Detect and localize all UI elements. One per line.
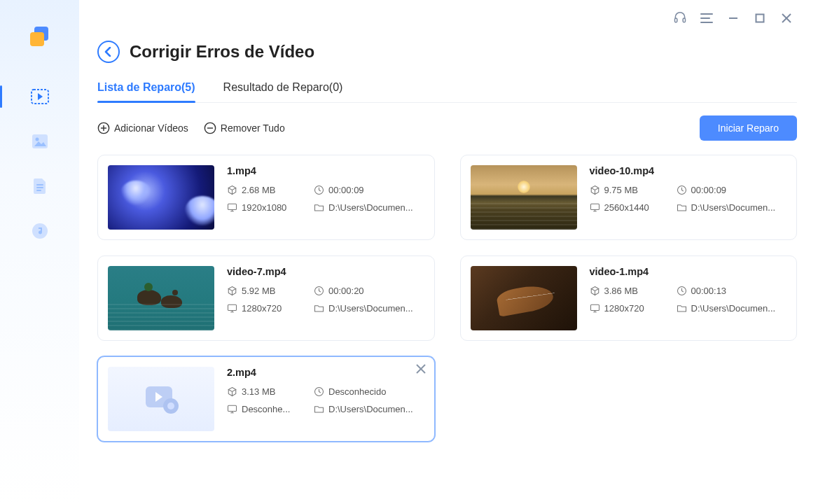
back-button[interactable] [97,41,120,63]
video-name: video-10.mp4 [590,165,787,176]
video-size: 3.13 MB [227,386,294,397]
video-resolution: Desconhe... [227,404,294,414]
support-icon[interactable] [672,10,688,26]
maximize-button[interactable] [752,10,768,26]
video-grid: 1.mp42.68 MB00:00:091920x1080D:\Users\Do… [97,155,797,442]
video-path: D:\Users\Documen... [677,303,787,314]
svg-rect-3 [36,184,43,186]
add-videos-button[interactable]: Adicionar Vídeos [97,122,188,134]
main-content: Corrigir Erros de Vídeo Lista de Reparo(… [79,0,818,504]
video-card-body: video-10.mp49.75 MB00:00:092560x1440D:\U… [590,165,787,230]
tab-repair-list[interactable]: Lista de Reparo(5) [97,81,195,102]
video-name: video-1.mp4 [590,266,787,277]
svg-point-39 [167,402,174,410]
video-card[interactable]: video-10.mp49.75 MB00:00:092560x1440D:\U… [460,155,798,240]
video-path: D:\Users\Documen... [314,303,424,314]
app-logo [30,27,50,46]
svg-rect-30 [228,304,237,310]
svg-rect-41 [228,405,237,411]
start-repair-button[interactable]: Iniciar Reparo [700,115,797,141]
video-resolution: 1280x720 [590,303,657,314]
menu-icon[interactable] [699,10,714,26]
video-duration: 00:00:13 [677,286,727,296]
video-repair-icon [29,85,51,108]
video-card-body: video-7.mp45.92 MB00:00:201280x720D:\Use… [227,266,424,330]
add-videos-label: Adicionar Vídeos [114,122,188,134]
video-duration: Desconhecido [314,386,386,397]
video-path: D:\Users\Documen... [314,202,424,213]
remove-video-button[interactable] [416,364,426,377]
video-path: D:\Users\Documen... [314,404,424,414]
video-path: D:\Users\Documen... [677,202,787,213]
video-card-body: 2.mp43.13 MBDesconhecidoDesconhe...D:\Us… [227,367,424,431]
video-card[interactable]: video-1.mp43.86 MB00:00:131280x720D:\Use… [460,255,798,341]
svg-point-2 [35,138,39,141]
tab-repair-result[interactable]: Resultado de Reparo(0) [223,81,343,102]
video-card-body: video-1.mp43.86 MB00:00:131280x720D:\Use… [590,266,787,330]
video-size: 9.75 MB [590,185,657,195]
remove-all-label: Remover Tudo [221,122,285,134]
video-thumbnail [108,165,214,230]
svg-rect-26 [590,204,599,209]
svg-rect-8 [683,18,685,22]
video-resolution: 1280x720 [227,303,294,314]
minimize-button[interactable] [726,10,741,26]
plus-circle-icon [97,122,110,134]
video-name: 2.mp4 [227,367,424,378]
audio-icon [29,220,51,242]
video-card[interactable]: 1.mp42.68 MB00:00:091920x1080D:\Users\Do… [97,155,435,240]
video-duration: 00:00:09 [677,185,727,195]
video-card-body: 1.mp42.68 MB00:00:091920x1080D:\Users\Do… [227,165,424,230]
svg-rect-34 [590,304,599,310]
tabs: Lista de Reparo(5) Resultado de Reparo(0… [97,81,797,103]
video-thumbnail [471,165,577,230]
toolbar: Adicionar Vídeos Remover Tudo Iniciar Re… [97,115,797,141]
video-duration: 00:00:09 [314,185,364,195]
video-thumbnail [471,266,577,330]
svg-rect-22 [228,204,237,209]
sidebar [0,0,79,504]
sidebar-item-video[interactable] [0,74,79,119]
video-size: 3.86 MB [590,286,657,296]
video-thumbnail [108,266,214,330]
video-resolution: 2560x1440 [590,202,657,213]
svg-rect-5 [36,190,41,191]
close-button[interactable] [779,10,794,26]
video-thumbnail [108,367,214,431]
video-size: 5.92 MB [227,286,294,296]
sidebar-item-document[interactable] [0,164,79,209]
photo-icon [29,130,51,153]
document-icon [29,175,51,197]
title-bar [97,0,797,36]
video-resolution: 1920x1080 [227,202,294,213]
video-size: 2.68 MB [227,185,294,195]
sidebar-item-photo[interactable] [0,119,79,164]
svg-rect-7 [675,18,677,22]
minus-circle-icon [204,122,216,134]
svg-rect-13 [756,15,764,22]
video-card[interactable]: video-7.mp45.92 MB00:00:201280x720D:\Use… [97,255,435,341]
video-duration: 00:00:20 [314,286,364,296]
video-name: 1.mp4 [227,165,424,176]
sidebar-item-audio[interactable] [0,209,79,253]
page-header: Corrigir Erros de Vídeo [97,41,797,63]
video-card[interactable]: 2.mp43.13 MBDesconhecidoDesconhe...D:\Us… [97,356,435,442]
svg-rect-4 [36,187,43,188]
remove-all-button[interactable]: Remover Tudo [204,122,285,134]
video-name: video-7.mp4 [227,266,424,277]
page-title: Corrigir Erros de Vídeo [130,42,314,62]
